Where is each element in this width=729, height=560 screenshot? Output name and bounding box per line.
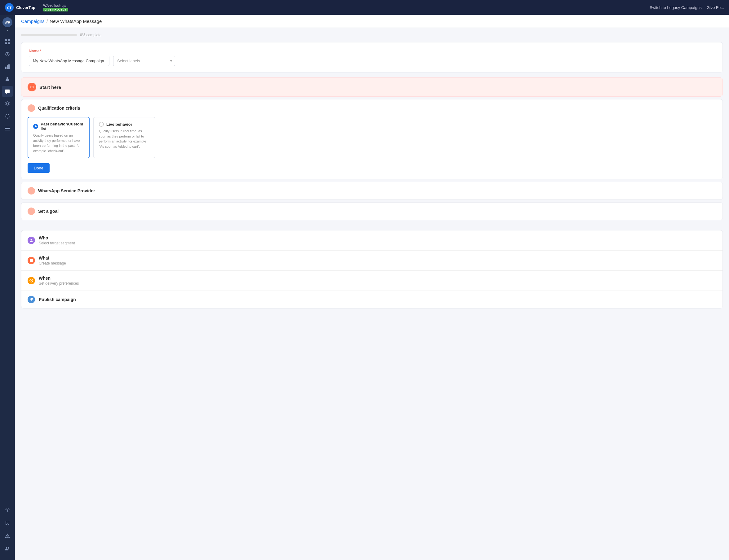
bottom-steps: Who Select target segment What Create me… [21,230,723,308]
logo-area: CT CleverTap [5,3,35,12]
section-spacer [21,223,723,228]
live-behavior-header: Live behavior [99,122,150,127]
nav-right: Switch to Legacy Campaigns Give Fe... [650,5,724,10]
live-behavior-title: Live behavior [106,122,132,127]
sidebar-icon-clock[interactable] [2,49,13,60]
svg-point-19 [31,239,32,241]
breadcrumb: Campaigns / New WhatsApp Message [21,19,102,24]
who-dot [28,237,35,244]
publish-step[interactable]: Publish campaign [21,291,722,308]
qualification-content: Past behavior/Custom list Qualify users … [21,117,722,179]
live-behavior-desc: Qualify users in real time, as soon as t… [99,129,150,149]
breadcrumb-separator: / [46,19,48,24]
switch-legacy-button[interactable]: Switch to Legacy Campaigns [650,5,702,10]
past-behavior-title: Past behavior/Custom list [41,122,84,131]
when-dot [28,277,35,284]
svg-point-14 [7,509,8,510]
done-button[interactable]: Done [28,163,50,173]
svg-point-18 [8,547,9,549]
svg-point-16 [7,537,8,537]
sidebar-icon-bell[interactable] [2,111,13,122]
qualification-criteria-header[interactable]: Qualification criteria [21,99,722,117]
progress-bar-container [21,34,77,36]
live-project-badge: LIVE PROJECT [43,8,68,11]
svg-rect-3 [8,39,10,41]
name-field-label: Name* [29,49,715,53]
sub-header: Campaigns / New WhatsApp Message [15,15,729,28]
svg-rect-13 [5,130,10,130]
name-section: Name* Select labels ▾ [21,42,723,72]
sidebar-icon-chart[interactable] [2,61,13,72]
sidebar-icon-list[interactable] [2,123,13,134]
what-info: What Create message [39,256,66,265]
set-goal-header[interactable]: Set a goal [21,203,722,220]
qualification-dot [28,104,35,112]
project-info: WA-rollout-qa LIVE PROJECT [43,3,68,11]
progress-section: 0% complete [21,33,723,37]
main-content: Campaigns / New WhatsApp Message 0% comp… [15,15,729,560]
who-subtitle: Select target segment [39,241,75,245]
what-subtitle: Create message [39,261,66,265]
bookmark-icon[interactable] [2,517,13,528]
alert-triangle-icon[interactable] [2,530,13,541]
live-behavior-option[interactable]: Live behavior Qualify users in real time… [93,117,155,158]
when-step[interactable]: When Set delivery preferences [21,271,722,291]
whatsapp-provider-card: WhatsApp Service Provider [21,182,723,200]
sidebar-icon-chat[interactable] [2,86,13,97]
progress-label: 0% complete [80,33,101,37]
svg-rect-5 [8,42,10,44]
settings-icon[interactable] [2,504,13,515]
campaign-name-input[interactable] [29,56,109,66]
labels-select-wrapper: Select labels ▾ [113,56,175,66]
when-info: When Set delivery preferences [39,276,79,286]
project-name: WA-rollout-qa [43,3,68,8]
criteria-options: Past behavior/Custom list Qualify users … [28,117,716,158]
svg-rect-9 [8,64,10,69]
whatsapp-provider-title: WhatsApp Service Provider [38,188,95,193]
what-title: What [39,256,66,260]
name-row: Select labels ▾ [29,56,715,66]
svg-rect-7 [5,67,7,69]
svg-rect-20 [30,259,33,262]
steps-container: ⚙ Start here Qualification criteria [21,77,723,308]
publish-info: Publish campaign [39,297,76,302]
nav-divider [39,4,39,11]
labels-select[interactable]: Select labels [113,56,175,66]
svg-rect-8 [7,65,8,69]
breadcrumb-current-page: New WhatsApp Message [50,19,102,24]
live-behavior-radio [99,122,104,127]
nav-left: CT CleverTap WA-rollout-qa LIVE PROJECT [5,3,68,12]
whatsapp-provider-dot [28,187,35,195]
sidebar-bottom [2,504,13,558]
sidebar-icon-person[interactable] [2,73,13,85]
who-title: Who [39,235,75,240]
give-feedback-button[interactable]: Give Fe... [707,5,724,10]
when-subtitle: Set delivery preferences [39,281,79,286]
group-icon[interactable] [2,543,13,554]
svg-rect-4 [5,42,7,44]
user-avatar[interactable]: WR [2,17,12,27]
qualification-criteria-card: Qualification criteria Past behavior/Cus… [21,99,723,179]
when-title: When [39,276,79,281]
svg-point-17 [6,547,7,549]
svg-text:CT: CT [7,6,12,10]
breadcrumb-campaigns[interactable]: Campaigns [21,19,45,24]
what-step[interactable]: What Create message [21,251,722,271]
past-behavior-option[interactable]: Past behavior/Custom list Qualify users … [28,117,90,158]
set-goal-card: Set a goal [21,202,723,220]
past-behavior-radio [33,124,38,129]
whatsapp-provider-header[interactable]: WhatsApp Service Provider [21,182,722,199]
clevertap-logo-icon: CT [5,3,14,12]
what-dot [28,257,35,264]
sidebar: WR ▾ [0,15,15,560]
avatar-chevron-icon[interactable]: ▾ [7,28,8,32]
sidebar-icon-layers[interactable] [2,98,13,109]
set-goal-dot [28,208,35,215]
app-layout: WR ▾ [0,15,729,560]
set-goal-title: Set a goal [38,209,59,214]
start-here-section: ⚙ Start here [21,77,723,97]
scroll-area: 0% complete Name* Select labels ▾ [15,28,729,560]
sidebar-icon-grid[interactable] [2,36,13,47]
who-step[interactable]: Who Select target segment [21,230,722,251]
svg-rect-11 [5,127,10,127]
